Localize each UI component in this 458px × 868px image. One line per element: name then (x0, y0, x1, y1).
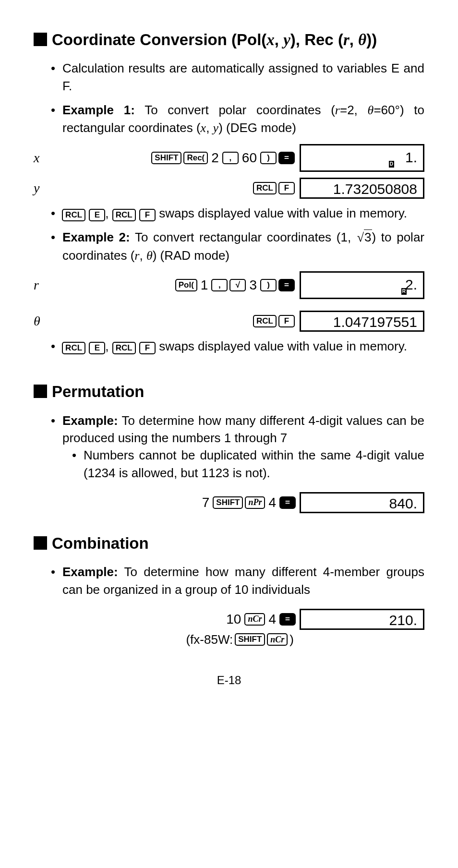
heading-coordinate-conversion: Coordinate Conversion (Pol(x, y), Rec (r… (34, 29, 424, 51)
key-f: F (278, 315, 295, 327)
digit-7: 7 (201, 493, 211, 512)
key-equals: = (279, 613, 296, 626)
key-rcl: RCL (112, 209, 136, 221)
bullet-square-icon (34, 33, 47, 46)
digit-2: 2 (210, 148, 220, 167)
digit-4: 4 (267, 610, 277, 628)
digit-10: 10 (225, 610, 242, 628)
label-y: y (34, 179, 57, 197)
key-rcl: RCL (62, 209, 85, 221)
key-rcl: RCL (62, 342, 85, 354)
key-f: F (139, 209, 156, 221)
key-comma: , (222, 152, 239, 164)
label-x: x (34, 148, 57, 167)
note-vars-ef: Calculation results are automatically as… (51, 60, 424, 95)
permutation-subnote: Numbers cannot be duplicated within the … (62, 446, 424, 482)
display-combination: 210. (300, 609, 424, 630)
display-y: 1.732050808 (300, 178, 424, 199)
digit-4: 4 (267, 493, 277, 512)
label-theta: θ (34, 312, 57, 330)
key-close-paren: ) (260, 279, 277, 291)
heading-combination: Combination (34, 532, 424, 555)
example-1: Example 1: To convert polar coordinates … (51, 101, 424, 137)
note-swap-1: • RCL E, RCL F swaps displayed value wit… (34, 205, 424, 222)
heading-text: Permutation (52, 381, 145, 403)
calc-row-r: r Pol( 1 , √ 3 ) = 2. R (34, 271, 424, 299)
digit-1: 1 (199, 276, 210, 294)
key-shift: SHIFT (213, 496, 243, 509)
heading-text: Combination (52, 532, 149, 555)
key-equals: = (279, 496, 296, 509)
example-2: Example 2: To convert rectangular coordi… (51, 229, 424, 265)
bullet-square-icon (34, 385, 47, 398)
key-f: F (278, 182, 295, 194)
fx85w-note: (fx-85W: SHIFT nCr ) (34, 631, 424, 648)
key-e: E (89, 209, 105, 221)
display-theta: 1.047197551 (300, 311, 424, 332)
key-equals: = (278, 152, 295, 164)
key-f: F (139, 342, 156, 354)
key-pol: Pol( (175, 279, 197, 291)
calc-row-combination: 10 nCr 4 = 210. (34, 609, 424, 630)
calc-row-x: x SHIFT Rec( 2 , 60 ) = 1. D (34, 144, 424, 172)
page-number: E-18 (34, 672, 424, 688)
display-r: 2. R (300, 271, 424, 299)
key-close-paren: ) (260, 152, 277, 164)
combination-example: Example: To determine how many different… (51, 563, 424, 598)
key-shift: SHIFT (151, 152, 181, 164)
key-comma: , (211, 279, 228, 291)
calc-row-y: y RCL F 1.732050808 (34, 178, 424, 199)
display-permutation: 840. (300, 492, 424, 513)
calc-row-permutation: 7 SHIFT nPr 4 = 840. (34, 492, 424, 513)
digit-3: 3 (248, 276, 258, 294)
key-rcl: RCL (253, 315, 277, 327)
bullet-square-icon (34, 536, 47, 550)
key-npr: nPr (245, 496, 265, 509)
calc-row-theta: θ RCL F 1.047197551 (34, 311, 424, 332)
key-shift: SHIFT (235, 633, 265, 646)
digit-60: 60 (241, 148, 258, 167)
key-ncr: nCr (244, 613, 265, 626)
key-rcl: RCL (112, 342, 136, 354)
label-r: r (34, 276, 57, 294)
deg-indicator-icon: D (389, 161, 394, 168)
rad-indicator-icon: R (401, 288, 407, 295)
heading-text: Coordinate Conversion (Pol(x, y), Rec (r… (52, 29, 377, 51)
key-equals: = (278, 279, 295, 291)
key-e: E (89, 342, 105, 354)
permutation-example: Example: To determine how many different… (51, 412, 424, 482)
key-rcl: RCL (253, 182, 277, 194)
key-rec: Rec( (183, 152, 208, 164)
heading-permutation: Permutation (34, 381, 424, 403)
key-sqrt: √ (229, 279, 246, 291)
display-x: 1. D (300, 144, 424, 172)
key-ncr: nCr (267, 633, 288, 646)
note-swap-2: • RCL E, RCL F swaps displayed value wit… (34, 338, 424, 355)
